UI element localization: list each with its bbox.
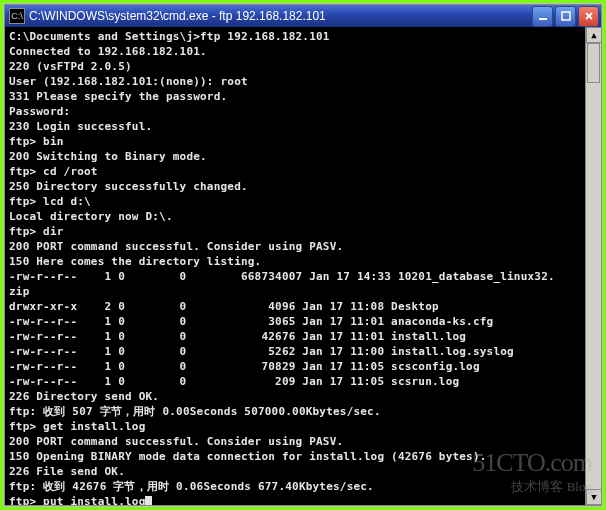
terminal-line: drwxr-xr-x 2 0 0 4096 Jan 17 11:08 Deskt…: [9, 299, 597, 314]
terminal-line: ftp: 收到 42676 字节，用时 0.06Seconds 677.40Kb…: [9, 479, 597, 494]
terminal-line: Local directory now D:\.: [9, 209, 597, 224]
terminal-line: ftp> put install.log: [9, 494, 597, 505]
maximize-button[interactable]: [555, 6, 576, 27]
cmd-icon-text: C:\: [11, 11, 23, 21]
terminal-line: -rw-r--r-- 1 0 0 3065 Jan 17 11:01 anaco…: [9, 314, 597, 329]
terminal-line: -rw-r--r-- 1 0 0 70829 Jan 17 11:05 scsc…: [9, 359, 597, 374]
svg-rect-0: [539, 18, 547, 20]
terminal-line: 226 Directory send OK.: [9, 389, 597, 404]
terminal-line: 200 PORT command successful. Consider us…: [9, 239, 597, 254]
scroll-thumb[interactable]: [587, 43, 600, 83]
terminal-line: -rw-r--r-- 1 0 0 5262 Jan 17 11:00 insta…: [9, 344, 597, 359]
window-buttons: [532, 6, 599, 27]
terminal-line: 230 Login successful.: [9, 119, 597, 134]
cursor: [145, 496, 152, 505]
terminal-line: 200 PORT command successful. Consider us…: [9, 434, 597, 449]
terminal-line: -rw-r--r-- 1 0 0 42676 Jan 17 11:01 inst…: [9, 329, 597, 344]
terminal-line: 200 Switching to Binary mode.: [9, 149, 597, 164]
window-title: C:\WINDOWS\system32\cmd.exe - ftp 192.16…: [29, 9, 532, 23]
minimize-button[interactable]: [532, 6, 553, 27]
terminal-output[interactable]: C:\Documents and Settings\j>ftp 192.168.…: [5, 27, 601, 505]
terminal-line: C:\Documents and Settings\j>ftp 192.168.…: [9, 29, 597, 44]
terminal-line: 150 Opening BINARY mode data connection …: [9, 449, 597, 464]
terminal-line: 250 Directory successfully changed.: [9, 179, 597, 194]
close-button[interactable]: [578, 6, 599, 27]
scroll-down-arrow[interactable]: ▼: [586, 489, 602, 505]
titlebar[interactable]: C:\ C:\WINDOWS\system32\cmd.exe - ftp 19…: [5, 5, 601, 27]
terminal-line: 150 Here comes the directory listing.: [9, 254, 597, 269]
vertical-scrollbar[interactable]: ▲ ▼: [585, 27, 601, 505]
terminal-line: Connected to 192.168.182.101.: [9, 44, 597, 59]
minimize-icon: [538, 11, 548, 21]
terminal-line: 226 File send OK.: [9, 464, 597, 479]
cmd-window: C:\ C:\WINDOWS\system32\cmd.exe - ftp 19…: [4, 4, 602, 506]
terminal-line: 220 (vsFTPd 2.0.5): [9, 59, 597, 74]
close-icon: [584, 11, 594, 21]
terminal-line: ftp> dir: [9, 224, 597, 239]
terminal-line: ftp> bin: [9, 134, 597, 149]
terminal-line: ftp> lcd d:\: [9, 194, 597, 209]
terminal-line: -rw-r--r-- 1 0 0 209 Jan 17 11:05 scsrun…: [9, 374, 597, 389]
terminal-line: User (192.168.182.101:(none)): root: [9, 74, 597, 89]
terminal-line: -rw-r--r-- 1 0 0 668734007 Jan 17 14:33 …: [9, 269, 597, 284]
terminal-line: Password:: [9, 104, 597, 119]
svg-rect-1: [562, 12, 570, 20]
scroll-up-arrow[interactable]: ▲: [586, 27, 602, 43]
terminal-line: ftp> cd /root: [9, 164, 597, 179]
terminal-line: 331 Please specify the password.: [9, 89, 597, 104]
terminal-line: ftp> get install.log: [9, 419, 597, 434]
cmd-icon: C:\: [9, 8, 25, 24]
terminal-line: ftp: 收到 507 字节，用时 0.00Seconds 507000.00K…: [9, 404, 597, 419]
maximize-icon: [561, 11, 571, 21]
terminal-line: zip: [9, 284, 597, 299]
